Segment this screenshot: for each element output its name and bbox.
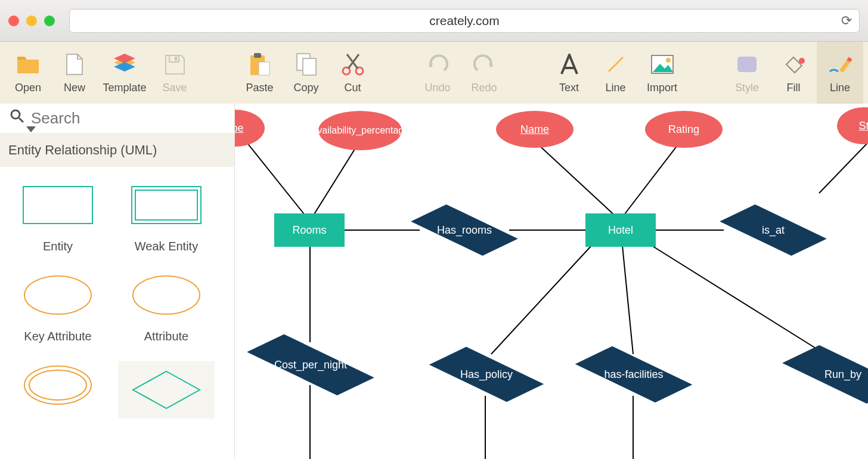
svg-point-19 — [24, 276, 91, 314]
import-button[interactable]: Import — [639, 42, 686, 104]
relationship-cost-per-night[interactable]: Cost_per_night — [247, 339, 374, 391]
shape-relationship[interactable] — [118, 361, 215, 418]
redo-icon — [472, 52, 497, 77]
svg-line-15 — [19, 118, 23, 122]
paste-button[interactable]: Paste — [237, 42, 283, 104]
fill-icon — [781, 52, 806, 77]
svg-point-20 — [133, 276, 200, 314]
relationship-has-rooms[interactable]: Has_rooms — [414, 205, 515, 255]
shape-sidebar: Entity Relationship (UML) Entity Weak En… — [0, 104, 235, 459]
template-button[interactable]: Template — [98, 42, 151, 104]
relationship-is-at[interactable]: is_at — [723, 205, 824, 255]
entity-shape-icon — [19, 181, 97, 229]
shape-category-header[interactable]: Entity Relationship (UML) — [0, 134, 234, 167]
svg-rect-0 — [169, 55, 179, 62]
svg-rect-17 — [132, 187, 201, 224]
maximize-window-icon[interactable] — [44, 15, 55, 26]
new-button[interactable]: New — [51, 42, 98, 104]
shapes-panel[interactable]: Entity Weak Entity Key Attribute Attribu… — [0, 167, 234, 459]
attribute-name[interactable]: Name — [496, 111, 574, 148]
line-style-button[interactable]: Line — [817, 42, 863, 104]
weak-entity-shape-icon — [128, 181, 205, 229]
clipboard-icon — [247, 52, 272, 77]
copy-button[interactable]: Copy — [283, 42, 330, 104]
shape-entity[interactable]: Entity — [10, 181, 106, 253]
search-dropdown-icon[interactable] — [26, 126, 36, 132]
style-icon — [734, 52, 760, 77]
search-input[interactable] — [31, 109, 227, 128]
entity-rooms[interactable]: Rooms — [274, 213, 345, 247]
line-icon — [603, 52, 628, 77]
layers-icon — [112, 52, 137, 77]
cut-button[interactable]: Cut — [330, 42, 376, 104]
scissors-icon — [340, 52, 365, 77]
search-icon[interactable] — [10, 108, 25, 128]
svg-line-9 — [609, 57, 623, 72]
search-row — [0, 104, 234, 134]
multi-attribute-shape-icon — [19, 361, 97, 409]
svg-line-23 — [247, 142, 306, 217]
attribute-shape-icon — [128, 271, 205, 319]
svg-line-34 — [622, 246, 633, 354]
undo-icon — [425, 52, 450, 77]
address-bar[interactable]: creately.com ⟳ — [69, 9, 860, 33]
save-icon — [162, 52, 187, 77]
svg-rect-1 — [175, 57, 177, 61]
document-icon — [62, 52, 87, 77]
folder-icon — [16, 52, 41, 77]
connectors — [235, 104, 868, 459]
relationship-has-facilities[interactable]: has-facilities — [577, 348, 690, 401]
text-button[interactable]: Text — [546, 42, 593, 104]
svg-line-37 — [819, 142, 868, 193]
text-icon — [557, 52, 582, 77]
key-attribute-shape-icon — [19, 271, 97, 319]
minimize-window-icon[interactable] — [26, 15, 37, 26]
svg-line-32 — [491, 244, 593, 354]
copy-icon — [294, 52, 319, 77]
svg-rect-12 — [737, 57, 757, 72]
attribute-availability[interactable]: Availability_percentage — [318, 111, 402, 150]
svg-point-11 — [666, 58, 671, 63]
image-icon — [650, 52, 675, 77]
line-tool-button[interactable]: Line — [593, 42, 639, 104]
shape-multi-attribute[interactable] — [10, 361, 106, 418]
svg-rect-6 — [303, 58, 316, 75]
svg-line-27 — [536, 142, 616, 217]
diagram-canvas[interactable]: ype Availability_percentage Name Rating … — [235, 104, 868, 459]
svg-rect-4 — [259, 62, 269, 75]
close-window-icon[interactable] — [8, 15, 19, 26]
attribute-rating[interactable]: Rating — [645, 111, 723, 148]
browser-bar: creately.com ⟳ — [0, 0, 868, 42]
window-controls — [8, 15, 55, 26]
shape-weak-entity[interactable]: Weak Entity — [118, 181, 215, 253]
svg-point-22 — [29, 370, 86, 400]
redo-button[interactable]: Redo — [461, 42, 507, 104]
svg-rect-18 — [135, 190, 197, 220]
fill-button[interactable]: Fill — [770, 42, 817, 104]
entity-hotel[interactable]: Hotel — [585, 213, 656, 247]
shape-key-attribute[interactable]: Key Attribute — [10, 271, 106, 343]
save-button[interactable]: Save — [151, 42, 198, 104]
shape-attribute[interactable]: Attribute — [118, 271, 215, 343]
open-button[interactable]: Open — [5, 42, 51, 104]
svg-rect-16 — [23, 187, 92, 224]
reload-icon[interactable]: ⟳ — [841, 13, 852, 29]
svg-line-28 — [622, 142, 680, 217]
url-text: creately.com — [429, 14, 499, 28]
relationship-has-policy[interactable]: Has_policy — [432, 348, 541, 401]
relationship-run-by[interactable]: Run_by — [783, 348, 868, 401]
svg-line-24 — [312, 145, 357, 217]
undo-button[interactable]: Undo — [414, 42, 461, 104]
relationship-shape-icon — [128, 366, 205, 414]
svg-point-21 — [24, 366, 91, 404]
svg-line-36 — [650, 244, 825, 354]
pencil-line-icon — [827, 52, 852, 77]
svg-point-14 — [11, 110, 20, 119]
main-toolbar: Open New Template Save Paste — [0, 42, 868, 104]
svg-point-13 — [799, 58, 805, 64]
svg-rect-3 — [254, 53, 261, 58]
style-button[interactable]: Style — [724, 42, 770, 104]
